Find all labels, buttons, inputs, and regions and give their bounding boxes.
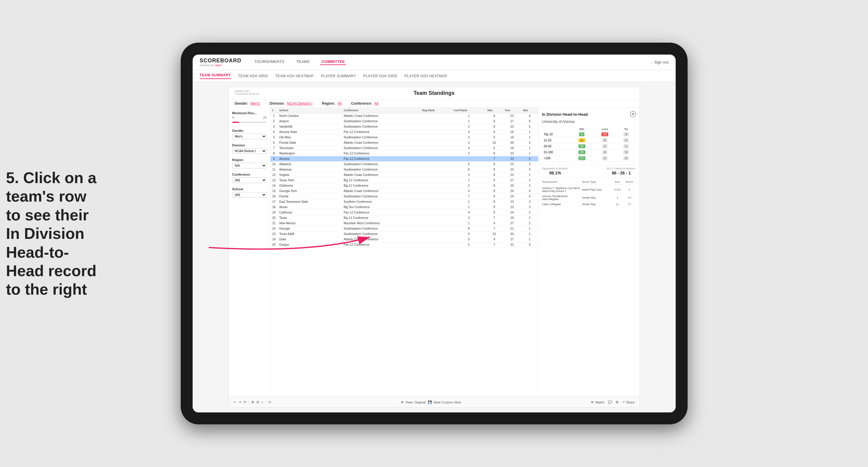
table-row[interactable]: 11 Arkansas Southeastern Conference 6 8 … xyxy=(271,167,538,173)
watch-button[interactable]: 👁 Watch xyxy=(591,401,604,404)
cell-rank: 13 xyxy=(271,178,278,183)
table-row[interactable]: 10 Alabama Southeastern Conference 5 8 2… xyxy=(271,162,538,167)
cell-win: 1 xyxy=(521,226,538,231)
cell-conf-rank: 6 xyxy=(452,167,486,173)
table-row[interactable]: 15 Georgia Tech Atlantic Coast Conferenc… xyxy=(271,188,538,194)
table-row[interactable]: 12 Virginia Atlantic Coast Conference 3 … xyxy=(271,173,538,178)
table-row[interactable]: 3 Vanderbilt Southeastern Conference 2 8… xyxy=(271,124,538,129)
table-row[interactable]: 23 Texas A&M Southeastern Conference 9 1… xyxy=(271,231,538,237)
sub-nav-team-h2h-grid[interactable]: TEAM H2H GRID xyxy=(238,74,268,78)
cell-rds: 8 xyxy=(486,188,503,194)
table-row[interactable]: 13 Texas Tech Big 12 Conference 1 9 27 2 xyxy=(271,178,538,183)
cell-rank: 18 xyxy=(271,205,278,210)
cell-conf-rank: 9 xyxy=(452,231,486,237)
cell-win: 2 xyxy=(521,183,538,188)
standings-tbody: 1 North Carolina Atlantic Coast Conferen… xyxy=(271,113,538,248)
table-row[interactable]: 21 New Mexico Mountain West Conference 1… xyxy=(271,221,538,226)
toolbar-divider-2 xyxy=(266,400,266,405)
cell-win: 2 xyxy=(521,215,538,221)
cell-rank: 4 xyxy=(271,129,278,135)
cell-rank: 3 xyxy=(271,124,278,129)
rounds-slider[interactable] xyxy=(232,120,267,125)
cell-rank: 23 xyxy=(271,231,278,237)
sign-out-button[interactable]: Sign out xyxy=(651,60,668,64)
table-row[interactable]: 16 Florida Southeastern Conference 7 9 2… xyxy=(271,194,538,199)
table-row[interactable]: 8 Washington Pac-12 Conference 2 8 23 1 xyxy=(271,151,538,156)
nav-teams[interactable]: TEAMS xyxy=(295,59,311,65)
view-original-button[interactable]: 👁 View: Original xyxy=(401,401,426,404)
table-row[interactable]: 7 Tennessee Southeastern Conference 4 6 … xyxy=(271,146,538,151)
cell-conference: Southeastern Conference xyxy=(342,162,421,167)
tablet-screen: SCOREBOARD Powered by clippd TOURNAMENTS… xyxy=(193,55,676,412)
cell-rank: 25 xyxy=(271,242,278,248)
table-row[interactable]: 24 Duke Atlantic Coast Conference 5 9 27… xyxy=(271,237,538,242)
cell-school: Ole Miss xyxy=(278,135,342,140)
table-row[interactable]: 2 Auburn Southeastern Conference 1 9 27 … xyxy=(271,119,538,124)
save-icon: 💾 xyxy=(428,400,432,404)
table-row[interactable]: 25 Oregon Pac-12 Conference 5 7 21 0 xyxy=(271,242,538,248)
t-score-2: -17 xyxy=(623,196,636,199)
table-row[interactable]: 19 California Pac-12 Conference 4 8 24 2 xyxy=(271,210,538,215)
cell-tour: 24 xyxy=(503,210,521,215)
cell-tour: 18 xyxy=(503,135,521,140)
division-select[interactable]: NCAA Division I NCAA Division II xyxy=(232,148,267,154)
cell-school: Virginia xyxy=(278,173,342,178)
sub-navigation: TEAM SUMMARY TEAM H2H GRID TEAM H2H HEAT… xyxy=(193,70,676,82)
gender-filter: Gender: Men's xyxy=(235,101,260,105)
cell-tour: 30 xyxy=(503,231,521,237)
save-custom-view-button[interactable]: 💾 Save Custom View xyxy=(428,400,461,404)
sub-nav-team-summary[interactable]: TEAM SUMMARY xyxy=(200,73,231,79)
cell-conf-rank: 2 xyxy=(452,151,486,156)
table-row[interactable]: 5 Ole Miss Southeastern Conference 3 6 1… xyxy=(271,135,538,140)
cell-reg-rank xyxy=(421,167,452,173)
table-row[interactable]: 22 Georgia Southeastern Conference 8 7 2… xyxy=(271,226,538,231)
share-button[interactable]: ↗ Share xyxy=(622,400,634,404)
sub-nav-team-h2h-heatmap[interactable]: TEAM H2H HEATMAP xyxy=(275,74,314,78)
cell-rank: 7 xyxy=(271,146,278,151)
t-col-pos: Pos xyxy=(612,180,623,183)
logo-sub: Powered by clippd xyxy=(200,64,242,67)
region-select[interactable]: N/A All xyxy=(232,163,267,168)
sub-nav-player-summary[interactable]: PLAYER SUMMARY xyxy=(321,74,356,78)
plus-button[interactable]: + xyxy=(261,401,263,404)
cell-rank: 2 xyxy=(271,119,278,124)
table-row[interactable]: 20 Texas Big 12 Conference 3 7 20 2 xyxy=(271,215,538,221)
comment-button[interactable]: 💬 xyxy=(608,400,612,404)
cell-rank: 6 xyxy=(271,140,278,146)
table-row[interactable]: 17 East Tennessee State Southern Confere… xyxy=(271,199,538,205)
nav-tournaments[interactable]: TOURNAMENTS xyxy=(253,59,286,65)
cell-school: Vanderbilt xyxy=(278,124,342,129)
h2h-row-26-50: 26-50 25 2 1 xyxy=(542,144,636,149)
t-pos-2: 1 xyxy=(612,196,623,199)
table-row[interactable]: 18 Illinois Big Ten Conference 1 9 23 3 xyxy=(271,205,538,210)
undo2-button[interactable]: ⟳ xyxy=(244,400,246,404)
table-row[interactable]: 1 North Carolina Atlantic Coast Conferen… xyxy=(271,113,538,119)
cell-tour: 30 xyxy=(503,140,521,146)
table-row[interactable]: 9 Arizona Pac-12 Conference 7 23 3 xyxy=(271,156,538,162)
nav-committee[interactable]: COMMITTEE xyxy=(320,59,346,65)
table-row[interactable]: 6 Florida State Atlantic Coast Conferenc… xyxy=(271,140,538,146)
gender-select[interactable]: Men's Women's xyxy=(232,134,267,139)
h2h-row-100plus: >100 27 0 0 xyxy=(542,155,636,161)
h2h-team-name: University of Arizona xyxy=(542,120,636,124)
copy-button[interactable]: ⊞ xyxy=(251,400,254,404)
h2h-close-button[interactable]: ✕ xyxy=(630,111,636,117)
redo-button[interactable]: ↪ xyxy=(239,400,241,404)
dashboard-panel: Update time: 27/03/2024 16:56:26 Team St… xyxy=(228,87,640,408)
clock-button[interactable]: ⊙ xyxy=(268,400,271,404)
cell-reg-rank xyxy=(421,146,452,151)
sub-nav-player-h2h-grid[interactable]: PLAYER H2H GRID xyxy=(363,74,398,78)
paste-button[interactable]: ⊟ xyxy=(256,400,259,404)
cell-school: Oklahoma xyxy=(278,183,342,188)
cell-conference: Southeastern Conference xyxy=(342,119,421,124)
table-row[interactable]: 14 Oklahoma Big 12 Conference 2 9 26 2 xyxy=(271,183,538,188)
conference-select[interactable]: (All) xyxy=(232,178,267,183)
conference-sidebar-filter: Conference (All) xyxy=(232,173,267,183)
sub-nav-player-h2h-heatmap[interactable]: PLAYER H2H HEATMAP xyxy=(405,74,447,78)
undo-button[interactable]: ↩ xyxy=(234,400,236,404)
cell-win: 2 xyxy=(521,178,538,183)
h2h-header: In Division Head-to-Head ✕ xyxy=(542,111,636,117)
grid-button[interactable]: ⊞ xyxy=(616,400,618,404)
school-select[interactable]: (All) xyxy=(232,192,267,198)
table-row[interactable]: 4 Arizona State Pac-12 Conference 3 9 26… xyxy=(271,129,538,135)
